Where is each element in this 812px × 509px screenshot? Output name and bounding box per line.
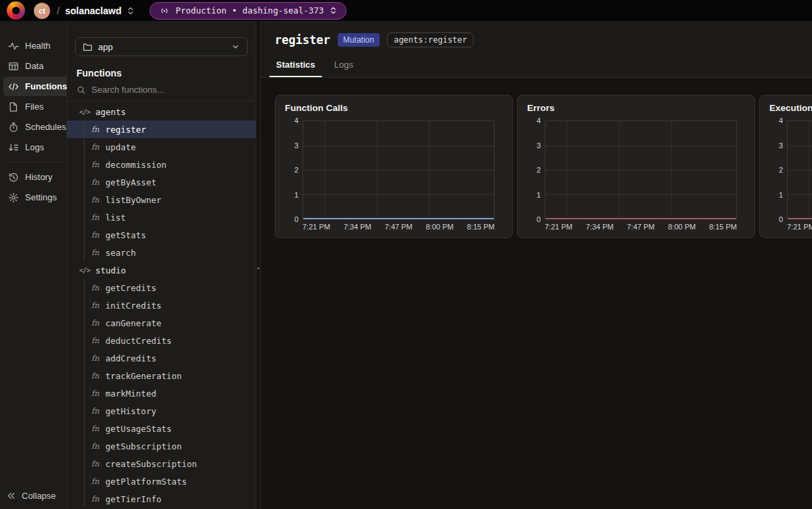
chevron-updown-icon bbox=[126, 6, 135, 16]
function-label: deductCredits bbox=[106, 336, 172, 346]
x-axis: 7:21 PM7:34 PM7:47 PM8:00 PM8:15 PM bbox=[787, 223, 812, 231]
team-avatar[interactable]: ct bbox=[34, 3, 50, 19]
function-getSubscription[interactable]: fngetSubscription bbox=[67, 437, 256, 455]
breadcrumb-separator: / bbox=[57, 5, 60, 16]
x-tick-label: 7:47 PM bbox=[627, 223, 655, 231]
scope-selector[interactable]: app bbox=[75, 37, 248, 56]
sidebar-item-data[interactable]: Data bbox=[3, 56, 48, 76]
x-tick-label: 7:21 PM bbox=[787, 223, 812, 231]
function-trackGeneration[interactable]: fntrackGeneration bbox=[67, 367, 256, 384]
chart-card-function-calls: Function Calls012347:21 PM7:34 PM7:47 PM… bbox=[275, 95, 513, 238]
function-getCredits[interactable]: fngetCredits bbox=[67, 279, 256, 296]
convex-logo[interactable] bbox=[7, 1, 25, 20]
function-addCredits[interactable]: fnaddCredits bbox=[67, 349, 256, 367]
chart-execution-time: 01234 bbox=[769, 120, 812, 219]
project-selector[interactable]: solanaclawd bbox=[65, 5, 135, 16]
gear-icon bbox=[8, 192, 19, 203]
x-tick-label: 7:34 PM bbox=[344, 223, 371, 231]
function-getStats[interactable]: fngetStats bbox=[67, 226, 256, 244]
function-icon: fn bbox=[91, 160, 99, 169]
function-listByOwner[interactable]: fnlistByOwner bbox=[67, 191, 256, 208]
function-markMinted[interactable]: fnmarkMinted bbox=[67, 384, 256, 402]
sidebar-item-history[interactable]: History bbox=[3, 167, 57, 187]
folder-studio[interactable]: </>studio bbox=[67, 261, 256, 279]
y-tick-label: 2 bbox=[537, 167, 541, 174]
gridline-horizontal bbox=[545, 146, 736, 146]
tab-logs[interactable]: Logs bbox=[328, 54, 360, 77]
page-title: register bbox=[275, 33, 330, 47]
sidebar-item-label: Files bbox=[25, 102, 43, 112]
function-identifier[interactable]: agents:register bbox=[387, 32, 474, 47]
function-canGenerate[interactable]: fncanGenerate bbox=[67, 314, 256, 332]
function-initCredits[interactable]: fninitCredits bbox=[67, 296, 256, 314]
search-input[interactable] bbox=[91, 85, 246, 95]
y-axis: 01234 bbox=[527, 120, 541, 219]
gridline-horizontal bbox=[303, 170, 494, 171]
y-tick-label: 3 bbox=[537, 141, 541, 149]
x-tick-label: 7:21 PM bbox=[302, 223, 330, 231]
function-search[interactable]: fnsearch bbox=[67, 244, 256, 261]
mutation-badge: Mutation bbox=[338, 33, 380, 47]
function-icon: fn bbox=[91, 213, 99, 222]
y-tick-label: 4 bbox=[294, 117, 298, 125]
function-getUsageStats[interactable]: fngetUsageStats bbox=[67, 420, 256, 437]
sidebar-item-schedules[interactable]: Schedules bbox=[3, 117, 71, 137]
y-tick-label: 1 bbox=[294, 191, 298, 198]
x-axis: 7:21 PM7:34 PM7:47 PM8:00 PM8:15 PM bbox=[302, 223, 495, 231]
gridline-vertical bbox=[566, 121, 567, 219]
tab-label: Logs bbox=[334, 60, 353, 70]
function-deductCredits[interactable]: fndeductCredits bbox=[67, 332, 256, 349]
function-getByAsset[interactable]: fngetByAsset bbox=[67, 173, 256, 191]
sidebar-item-settings[interactable]: Settings bbox=[3, 187, 62, 207]
gridline-vertical bbox=[671, 121, 672, 219]
function-label: createSubscription bbox=[106, 459, 197, 469]
deployment-selector[interactable]: Production • dashing-seal-373 bbox=[150, 2, 346, 20]
gridline-vertical bbox=[377, 121, 378, 219]
y-tick-label: 0 bbox=[779, 216, 783, 223]
functions-heading: Functions bbox=[76, 68, 246, 79]
panel-resizer[interactable] bbox=[256, 21, 261, 509]
function-decommission[interactable]: fndecommission bbox=[67, 156, 256, 173]
y-tick-label: 1 bbox=[537, 191, 541, 198]
y-tick-label: 3 bbox=[779, 141, 783, 149]
gridline-horizontal bbox=[303, 194, 494, 195]
sidebar-item-functions[interactable]: Functions bbox=[3, 76, 72, 96]
function-icon: fn bbox=[91, 336, 99, 345]
sidebar-item-files[interactable]: Files bbox=[3, 97, 48, 116]
folder-agents[interactable]: </>agents bbox=[67, 103, 256, 120]
series-line-execution-time bbox=[788, 218, 812, 219]
function-getTierInfo[interactable]: fngetTierInfo bbox=[67, 490, 256, 508]
function-createSubscription[interactable]: fncreateSubscription bbox=[67, 455, 256, 472]
function-label: getByAsset bbox=[106, 177, 156, 187]
gridline-horizontal bbox=[303, 146, 494, 146]
chart-title: Execution Time bbox=[769, 102, 812, 114]
function-label: getHistory bbox=[106, 406, 156, 416]
function-icon: fn bbox=[91, 125, 99, 134]
main-content: register Mutation agents:register Statis… bbox=[261, 21, 812, 509]
function-label: search bbox=[106, 248, 136, 258]
topbar: ct / solanaclawd Production • dashing-se… bbox=[0, 0, 812, 21]
sidebar-item-label: Settings bbox=[25, 192, 57, 202]
function-list[interactable]: fnlist bbox=[67, 208, 256, 226]
function-getHistory[interactable]: fngetHistory bbox=[67, 402, 256, 420]
chevron-updown-icon bbox=[329, 6, 338, 15]
collapse-button[interactable]: Collapse bbox=[0, 484, 66, 509]
function-update[interactable]: fnupdate bbox=[67, 138, 256, 156]
tab-bar: StatisticsLogs bbox=[269, 54, 812, 77]
functions-panel: app Functions </>agentsfnregisterfnupdat… bbox=[67, 21, 256, 509]
sidebar-item-logs[interactable]: Logs bbox=[3, 137, 49, 157]
chart-title: Function Calls bbox=[285, 102, 504, 114]
x-tick-label: 7:34 PM bbox=[586, 223, 614, 231]
function-register[interactable]: fnregister bbox=[67, 120, 256, 138]
plot-area bbox=[545, 120, 737, 219]
project-name: solanaclawd bbox=[65, 5, 121, 16]
y-tick-label: 0 bbox=[537, 216, 541, 223]
function-label: register bbox=[106, 125, 146, 135]
tab-statistics[interactable]: Statistics bbox=[269, 54, 322, 77]
sidebar-item-health[interactable]: Health bbox=[3, 36, 55, 56]
sidebar-item-label: History bbox=[25, 172, 52, 182]
sidebar-item-label: Data bbox=[25, 61, 43, 71]
broadcast-icon bbox=[158, 6, 171, 16]
deployment-env: Production bbox=[175, 5, 226, 16]
function-getPlatformStats[interactable]: fngetPlatformStats bbox=[67, 472, 256, 490]
